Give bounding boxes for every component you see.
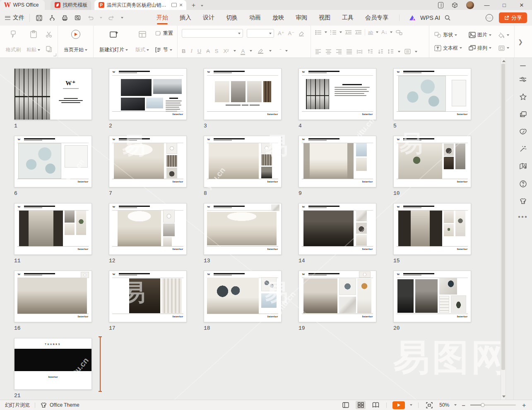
help-icon[interactable] — [519, 180, 527, 188]
paste-button[interactable]: 粘贴 — [25, 29, 42, 54]
menu-tab[interactable]: 动画 — [249, 10, 261, 26]
vertical-scrollbar[interactable] — [501, 58, 506, 400]
zoom-slider-knob[interactable] — [481, 403, 484, 407]
adjust-properties-icon[interactable] — [519, 75, 527, 84]
textbox-button[interactable]: 文本框 — [434, 45, 462, 52]
search-icon[interactable] — [444, 14, 451, 21]
highlight-color-icon[interactable] — [257, 48, 264, 54]
number-list-icon[interactable] — [330, 30, 337, 35]
copy-icon[interactable] — [45, 45, 53, 53]
new-tab-button[interactable]: ＋ — [190, 1, 197, 9]
menu-tab[interactable]: 会员专享 — [365, 10, 388, 26]
picture-button[interactable]: 图片 — [469, 31, 491, 38]
slide-thumbnail[interactable]: WInterior — [109, 203, 187, 255]
slide-thumbnail[interactable]: WInterior — [109, 136, 187, 187]
skin-theme-icon[interactable] — [519, 197, 527, 205]
font-color-chevron[interactable] — [250, 50, 252, 52]
slide-thumbnail[interactable]: WInterior — [14, 271, 92, 322]
bullet-list-icon[interactable] — [315, 30, 322, 35]
vertical-text-chevron[interactable] — [390, 31, 392, 33]
phonetic-chevron[interactable] — [285, 50, 288, 52]
align-text-chevron[interactable] — [415, 51, 417, 53]
fill-color-button[interactable] — [498, 32, 509, 38]
normal-view-button[interactable] — [341, 401, 351, 409]
share-button[interactable]: 分享 — [499, 12, 527, 23]
undo-icon[interactable] — [87, 14, 94, 22]
scrollbar-thumb[interactable] — [501, 64, 505, 370]
font-name-select[interactable] — [182, 29, 243, 38]
increase-font-icon[interactable]: A⁺ — [278, 30, 284, 36]
present-mode-icon[interactable] — [171, 3, 177, 7]
slide-thumbnail[interactable]: WInterior — [298, 203, 376, 255]
align-text-vertical-icon[interactable] — [404, 49, 411, 54]
increase-indent-icon[interactable] — [355, 30, 362, 35]
clear-format-icon[interactable] — [298, 31, 305, 36]
wps-ai-icon[interactable] — [409, 14, 416, 21]
menu-tab[interactable]: 插入 — [180, 10, 191, 26]
section-button[interactable]: 节 — [155, 46, 173, 53]
tab-close-icon[interactable]: ✕ — [179, 2, 183, 8]
save-icon[interactable] — [36, 14, 43, 22]
play-from-current-button[interactable]: 当页开始 — [62, 29, 89, 54]
highlight-chevron[interactable] — [269, 50, 272, 52]
tab-list-chevron[interactable] — [201, 2, 203, 9]
feedback-icon[interactable]: ··· — [486, 14, 493, 22]
reset-button[interactable]: 重置 — [155, 30, 173, 37]
zoom-percent[interactable]: 50% — [439, 402, 449, 408]
align-center-icon[interactable] — [325, 49, 332, 54]
line-spacing-chevron[interactable] — [398, 51, 400, 53]
text-direction-icon[interactable]: ab — [368, 30, 373, 35]
align-right-icon[interactable] — [336, 49, 342, 54]
smart-beautify-icon[interactable] — [519, 145, 527, 153]
document-tab[interactable]: P 温州滨江商务区杨府山销售中... ✕ — [94, 0, 186, 10]
zoom-slider[interactable] — [470, 405, 516, 405]
slide-thumbnail[interactable]: WInterior — [14, 203, 92, 255]
cut-icon[interactable] — [45, 31, 53, 38]
menu-tab[interactable]: 工具 — [342, 10, 354, 26]
smartart-icon[interactable] — [395, 29, 402, 35]
shapes-button[interactable]: 形状 — [434, 31, 462, 38]
quickbar-chevron[interactable] — [121, 17, 123, 19]
slide-thumbnail[interactable]: WInterior — [109, 271, 187, 322]
slide-thumbnail[interactable]: THANKSInterior — [14, 338, 92, 390]
slide-thumbnail[interactable]: WInterior — [393, 68, 471, 120]
decrease-font-icon[interactable]: A⁻ — [288, 30, 295, 36]
wps-home-tab[interactable]: W WPS Office — [0, 0, 45, 10]
slide-thumbnail[interactable]: WInterior — [393, 271, 471, 322]
docer-template-tab[interactable]: 找稻壳模板 — [51, 0, 91, 10]
arrange-button[interactable]: 排列 — [469, 45, 491, 52]
undo-chevron[interactable] — [100, 17, 102, 19]
slide-thumbnail[interactable]: WInterior — [204, 271, 282, 322]
export-pdf-icon[interactable] — [48, 14, 55, 22]
file-menu-button[interactable]: 文件 — [5, 14, 30, 22]
slide-thumbnail[interactable]: WInterior — [298, 271, 376, 322]
font-color-icon[interactable]: A — [241, 48, 245, 54]
align-left-icon[interactable] — [315, 49, 321, 54]
user-avatar[interactable] — [466, 1, 474, 9]
slide-thumbnail[interactable]: WInterior — [14, 136, 92, 187]
italic-icon[interactable]: I — [190, 48, 192, 54]
slide-thumbnail[interactable]: WInterior — [204, 203, 282, 255]
decrease-indent-icon[interactable] — [345, 30, 352, 35]
slideshow-play-button[interactable] — [392, 401, 405, 409]
text-direction-chevron[interactable] — [376, 31, 378, 33]
slide-thumbnail[interactable]: WInterior — [204, 136, 282, 187]
mobile-sync-icon[interactable] — [438, 2, 443, 8]
maximize-button[interactable]: □ — [500, 2, 509, 8]
menu-tab[interactable]: 切换 — [226, 10, 238, 26]
menu-tab[interactable]: 开始 — [156, 10, 168, 26]
distribute-icon[interactable] — [356, 49, 363, 54]
more-tools-icon[interactable]: ●●● — [518, 214, 528, 219]
print-icon[interactable] — [61, 14, 68, 22]
spacing-decrease-icon[interactable] — [377, 49, 383, 54]
menu-tab[interactable]: 审阅 — [296, 10, 307, 26]
find-resources-icon[interactable] — [519, 162, 527, 170]
slideshow-chevron[interactable] — [410, 404, 412, 406]
slide-thumbnail[interactable]: WInterior — [298, 136, 376, 187]
reading-view-button[interactable] — [371, 401, 380, 409]
strikethrough-icon[interactable]: A — [206, 48, 210, 54]
favorites-star-icon[interactable] — [519, 93, 527, 101]
collapse-pane-icon[interactable] — [520, 65, 526, 66]
layout-button[interactable]: 版式 — [134, 29, 151, 54]
print-preview-icon[interactable] — [74, 14, 81, 22]
